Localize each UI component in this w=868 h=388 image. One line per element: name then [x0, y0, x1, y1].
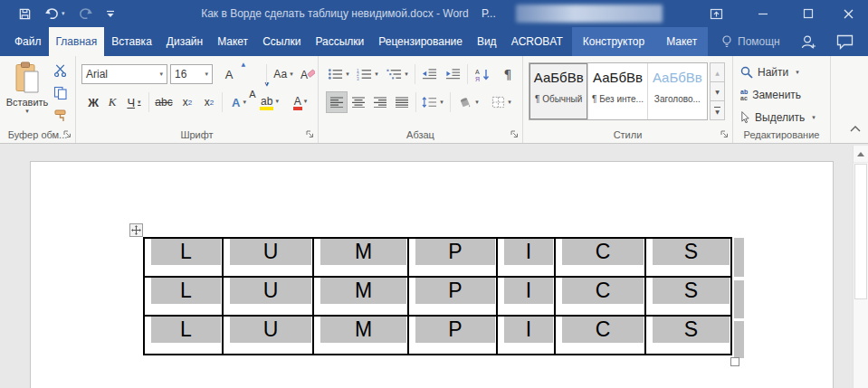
- styles-dialog-launcher[interactable]: [719, 128, 730, 139]
- strikethrough-button[interactable]: abc: [151, 92, 176, 112]
- tab-insert[interactable]: Вставка: [104, 27, 159, 56]
- copy-button[interactable]: [51, 84, 71, 102]
- table-cell[interactable]: P: [408, 238, 497, 277]
- justify-button[interactable]: [392, 92, 412, 112]
- tab-mailings[interactable]: Рассылки: [308, 27, 371, 56]
- table-cell[interactable]: C: [555, 238, 645, 277]
- paragraph-dialog-launcher[interactable]: [509, 128, 520, 139]
- table-cell[interactable]: P: [408, 277, 497, 316]
- table-cell[interactable]: I: [497, 277, 555, 316]
- subscript-button[interactable]: x2: [177, 92, 197, 112]
- paste-dropdown-caret[interactable]: ▾: [25, 108, 29, 115]
- table-cell[interactable]: I: [497, 316, 555, 355]
- scrollbar-up-button[interactable]: [854, 146, 868, 163]
- tab-references[interactable]: Ссылки: [255, 27, 308, 56]
- align-right-button[interactable]: [370, 92, 390, 112]
- tab-review[interactable]: Рецензирование: [371, 27, 470, 56]
- style-normal[interactable]: АаБбВв ¶ Обычный: [529, 63, 588, 119]
- table-cell[interactable]: U: [223, 316, 313, 355]
- tab-layout[interactable]: Макет: [210, 27, 255, 56]
- tab-view[interactable]: Вид: [470, 27, 504, 56]
- text-effects-button[interactable]: А: [226, 92, 252, 112]
- share-contact-button[interactable]: [800, 27, 816, 56]
- styles-scroll-down-button[interactable]: ▼: [710, 82, 725, 101]
- find-button[interactable]: Найти: [740, 63, 799, 81]
- underline-button[interactable]: Ч: [122, 92, 146, 112]
- font-size-combo[interactable]: 16: [170, 64, 213, 84]
- table-cell[interactable]: P: [408, 316, 497, 355]
- tab-home[interactable]: Главная: [49, 27, 105, 56]
- table-cell[interactable]: L: [144, 277, 223, 316]
- table-cell[interactable]: M: [313, 277, 408, 316]
- increase-indent-button[interactable]: [442, 64, 463, 84]
- table-cell[interactable]: M: [313, 238, 408, 277]
- paste-button[interactable]: Вставить ▾: [6, 62, 48, 130]
- style-heading1[interactable]: АаБбВв Заголово...: [648, 63, 707, 119]
- tab-table-layout[interactable]: Макет: [666, 27, 697, 56]
- tab-acrobat[interactable]: ACROBAT: [504, 27, 570, 56]
- grow-font-button[interactable]: А ▲: [219, 64, 239, 84]
- table-cell[interactable]: I: [497, 238, 555, 277]
- ribbon-display-options-button[interactable]: [702, 0, 730, 27]
- cut-button[interactable]: [51, 62, 71, 80]
- italic-button[interactable]: К: [104, 92, 120, 112]
- format-painter-button[interactable]: [51, 107, 71, 125]
- save-button[interactable]: [18, 7, 32, 21]
- clipboard-dialog-launcher[interactable]: [62, 128, 72, 139]
- table-cell[interactable]: L: [144, 238, 223, 277]
- tell-me-button[interactable]: Помощн: [721, 27, 780, 56]
- vertical-scrollbar[interactable]: [853, 146, 868, 388]
- table-cell[interactable]: C: [555, 277, 645, 316]
- close-button[interactable]: [835, 0, 862, 27]
- tab-design[interactable]: Дизайн: [159, 27, 210, 56]
- table-cell[interactable]: U: [223, 238, 313, 277]
- borders-button[interactable]: [486, 92, 517, 112]
- document-table[interactable]: L U M P I C S L U M P I C S L U M P: [143, 237, 732, 355]
- style-no-spacing[interactable]: АаБбВв ¶ Без инте...: [588, 63, 647, 119]
- change-case-button[interactable]: Аа: [270, 64, 297, 84]
- font-name-combo[interactable]: Arial: [81, 64, 167, 84]
- undo-button[interactable]: ▾: [44, 7, 65, 20]
- sort-button[interactable]: А Я: [471, 64, 494, 84]
- tab-file[interactable]: Файл: [7, 27, 49, 56]
- minimize-button[interactable]: [749, 0, 777, 27]
- table-move-handle[interactable]: [129, 223, 143, 237]
- comments-button[interactable]: [836, 27, 854, 56]
- styles-scroll-up-button[interactable]: ▲: [710, 62, 725, 82]
- table-cell[interactable]: C: [555, 316, 645, 355]
- select-button[interactable]: Выделить: [740, 109, 816, 127]
- superscript-button[interactable]: x2: [199, 92, 219, 112]
- line-spacing-button[interactable]: [419, 92, 446, 112]
- scrollbar-thumb[interactable]: [854, 164, 867, 299]
- text-highlight-button[interactable]: ab: [255, 90, 284, 112]
- table-cell[interactable]: S: [645, 316, 731, 355]
- table-cell[interactable]: S: [645, 238, 731, 277]
- collapse-ribbon-button[interactable]: [850, 119, 861, 136]
- styles-more-button[interactable]: ▼: [710, 101, 725, 120]
- table-cell[interactable]: S: [645, 277, 731, 316]
- multilevel-list-button[interactable]: [384, 64, 411, 84]
- table-cell[interactable]: U: [223, 277, 313, 316]
- bullets-button[interactable]: [326, 64, 351, 84]
- bold-button[interactable]: Ж: [85, 92, 101, 112]
- align-center-button[interactable]: [348, 92, 368, 112]
- search-icon: [740, 66, 753, 79]
- font-color-button[interactable]: А: [288, 90, 313, 112]
- clear-formatting-button[interactable]: A: [299, 64, 317, 84]
- shading-button[interactable]: [453, 92, 482, 112]
- table-cell[interactable]: M: [313, 316, 408, 355]
- numbering-button[interactable]: 1 2 3: [355, 64, 380, 84]
- customize-qat-button[interactable]: [106, 10, 115, 18]
- table-resize-handle[interactable]: [730, 357, 739, 366]
- decrease-indent-button[interactable]: [418, 64, 440, 84]
- font-dialog-launcher[interactable]: [304, 128, 315, 139]
- table-cell[interactable]: L: [144, 316, 223, 355]
- tab-view-label: Вид: [477, 35, 497, 48]
- undo-dropdown-caret[interactable]: ▾: [62, 10, 65, 17]
- maximize-button[interactable]: [795, 0, 822, 27]
- align-left-button[interactable]: [327, 92, 347, 112]
- tab-table-design[interactable]: Конструктор: [583, 27, 644, 56]
- redo-button[interactable]: [78, 7, 93, 20]
- replace-button[interactable]: ab ac Заменить: [740, 86, 801, 104]
- show-paragraph-marks-button[interactable]: ¶: [498, 64, 518, 84]
